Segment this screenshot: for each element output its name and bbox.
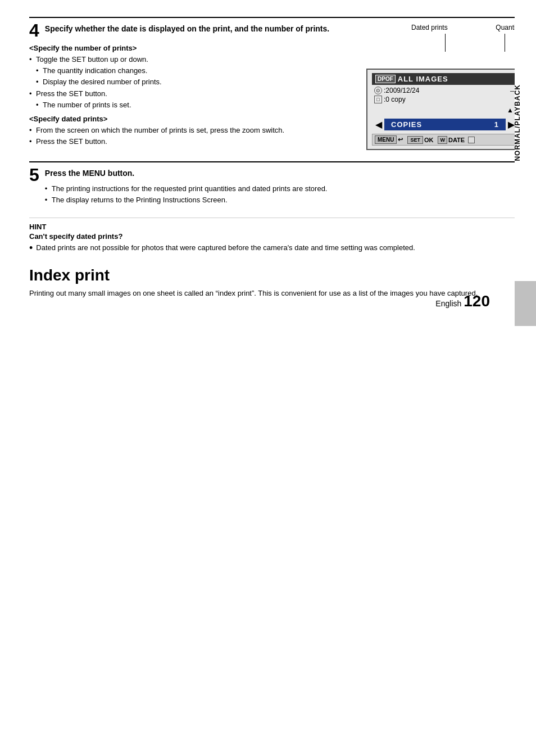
date-text: :2009/12/24 [384,87,419,94]
page-number-area: English 120 [435,292,490,310]
side-tab-colored [515,281,536,326]
hint-section: HINT Can't specify dated prints? • Dated… [29,218,524,253]
specify-dated-list: From the screen on which the number of p… [29,125,355,147]
list-item: The display returns to the Printing Inst… [45,195,328,205]
hint-text: Dated prints are not possible for photos… [36,243,415,253]
copy-icon: □ [374,96,382,103]
ok-box: SET [407,136,423,144]
list-item: Press the SET button. [29,137,355,147]
step-4-number: 4 [29,21,39,39]
copies-box: COPIES 1 [384,119,506,130]
list-item: Press the SET button. [29,89,355,99]
index-print-title: Index print [29,266,524,284]
camera-ui-header: DPOF ALL IMAGES [372,73,518,85]
step-5-title: Press the MENU button. [45,168,328,179]
hint-body: • Dated prints are not possible for phot… [29,243,524,253]
dpof-badge: DPOF [375,75,396,83]
copies-value: 1 [494,120,499,129]
copy-text: :0 copy [384,96,406,103]
dated-prints-line [445,34,446,52]
menu-button: MENU ↩ [375,135,403,144]
step-4-title: Specify whether the date is displayed on… [45,24,329,35]
label-dated-prints: Dated prints [411,24,448,31]
triangle-indicator: ▲ [372,106,518,114]
date-icon: ⊙ [374,87,382,94]
section-4-left: 4 Specify whether the date is displayed … [29,24,355,150]
list-item: From the screen on which the number of p… [29,125,355,135]
ok-text: OK [424,137,434,143]
specify-number-heading: <Specify the number of prints> [29,44,355,52]
list-item: Display the desired number of prints. [29,77,355,87]
list-item: The quantity indication changes. [29,66,355,76]
section-4-right: Dated prints Quantity DPOF ALL IMAGES [366,24,524,150]
list-item: Toggle the SET button up or down. [29,55,355,65]
camera-copy-row: □ :0 copy [372,95,518,104]
specify-number-list: Toggle the SET button up or down. The qu… [29,55,355,110]
checkbox-icon [468,137,475,143]
camera-date-row: ⊙ :2009/12/24 — [372,86,518,95]
menu-arrow: ↩ [398,136,403,143]
ok-button: SET OK [407,136,433,144]
specify-dated-heading: <Specify dated prints> [29,115,355,123]
hint-subtitle: Can't specify dated prints? [29,232,524,241]
copies-label: COPIES [391,120,422,129]
menu-box: MENU [375,135,397,144]
step-5-number: 5 [29,166,39,184]
date-button: W DATE [438,136,465,144]
list-item: The number of prints is set. [29,100,355,110]
date-text-btn: DATE [448,137,465,143]
hint-label: HINT [29,223,524,231]
side-tab: NORMAL/PLAYBACK [515,0,536,756]
page-number: 120 [464,292,490,310]
section-4: 4 Specify whether the date is displayed … [29,17,524,150]
list-item: The printing instructions for the reques… [45,184,328,194]
camera-ui-box: DPOF ALL IMAGES ⊙ :2009/12/24 — □ :0 cop… [366,69,524,150]
left-arrow-icon: ◀ [375,119,382,130]
date-btn-icon: W [438,136,447,144]
side-tab-text: NORMAL/PLAYBACK [514,84,535,161]
quantity-line [505,34,505,52]
all-images-text: ALL IMAGES [398,75,448,83]
section-5: 5 Press the MENU button. The printing in… [29,161,524,206]
hint-dot: • [29,243,33,253]
copies-bar: ◀ COPIES 1 ▶ [372,116,518,133]
page-language: English [435,299,461,308]
step-5-list: The printing instructions for the reques… [45,184,328,205]
camera-diagram: Dated prints Quantity DPOF ALL IMAGES [366,24,524,150]
camera-bottom-bar: MENU ↩ SET OK W DATE [372,134,518,146]
